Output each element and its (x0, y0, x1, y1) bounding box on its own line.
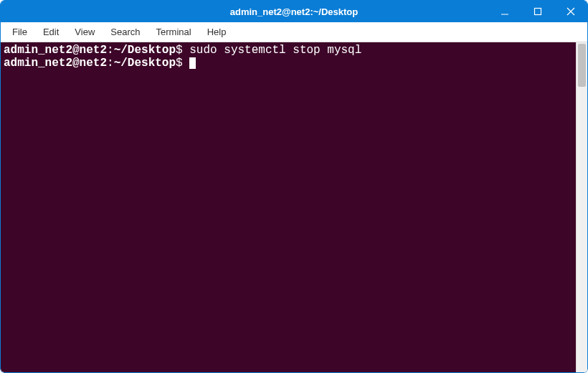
terminal-cursor (189, 57, 196, 69)
prompt-user-host: admin_net2@net2 (4, 44, 107, 57)
svg-rect-1 (535, 9, 541, 15)
minimize-button[interactable] (488, 1, 521, 22)
menu-file[interactable]: File (5, 24, 34, 40)
prompt-path: ~/Desktop (114, 57, 176, 70)
window-title: admin_net2@net2:~/Desktop (230, 6, 358, 17)
menu-terminal[interactable]: Terminal (149, 24, 199, 40)
vertical-scrollbar[interactable] (576, 42, 587, 372)
scrollbar-thumb[interactable] (578, 44, 586, 87)
close-button[interactable] (554, 1, 587, 22)
maximize-icon (534, 7, 542, 16)
close-icon (566, 7, 575, 16)
prompt-sigil: $ (176, 57, 189, 70)
prompt-separator: : (107, 57, 114, 70)
terminal-viewport[interactable]: admin_net2@net2:~/Desktop$ sudo systemct… (1, 42, 576, 372)
menu-bar: File Edit View Search Terminal Help (1, 22, 587, 42)
terminal-line: admin_net2@net2:~/Desktop$ sudo systemct… (4, 44, 573, 57)
minimize-icon (501, 7, 509, 16)
menu-search[interactable]: Search (103, 24, 147, 40)
maximize-button[interactable] (521, 1, 554, 22)
terminal-line: admin_net2@net2:~/Desktop$ (4, 57, 573, 70)
menu-help[interactable]: Help (200, 24, 234, 40)
prompt-path: ~/Desktop (114, 44, 176, 57)
menu-view[interactable]: View (67, 24, 102, 40)
menu-edit[interactable]: Edit (36, 24, 66, 40)
window-controls (488, 1, 587, 22)
terminal-area: admin_net2@net2:~/Desktop$ sudo systemct… (1, 42, 587, 372)
window-titlebar[interactable]: admin_net2@net2:~/Desktop (1, 1, 587, 22)
prompt-user-host: admin_net2@net2 (4, 57, 107, 70)
prompt-sigil: $ (176, 44, 189, 57)
command-text: sudo systemctl stop mysql (189, 44, 361, 57)
terminal-window: admin_net2@net2:~/Desktop File Edit (0, 0, 588, 373)
prompt-separator: : (107, 44, 114, 57)
